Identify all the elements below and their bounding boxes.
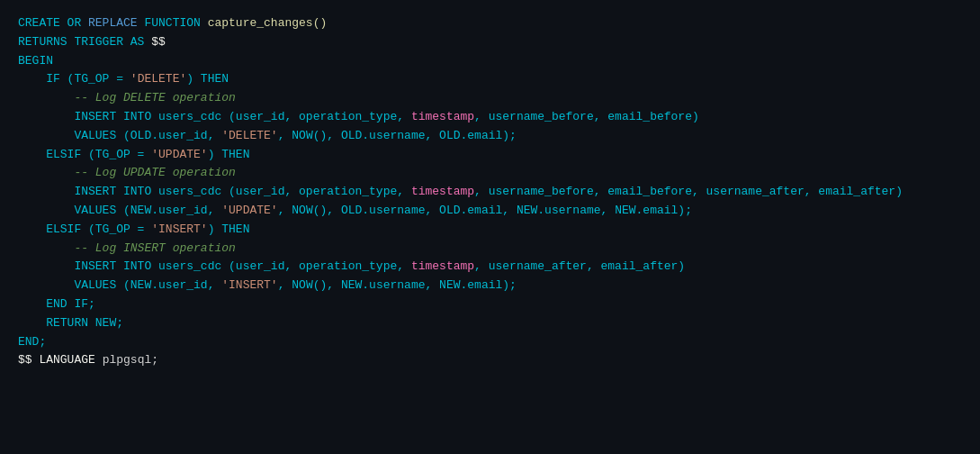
- code-line-10: INSERT INTO users_cdc (user_id, operatio…: [18, 183, 962, 202]
- code-line-9: -- Log UPDATE operation: [18, 164, 962, 183]
- code-line-7: VALUES (OLD.user_id, 'DELETE', NOW(), OL…: [18, 127, 962, 146]
- code-line-15: VALUES (NEW.user_id, 'INSERT', NOW(), NE…: [18, 277, 962, 295]
- code-line-17: RETURN NEW;: [18, 314, 962, 333]
- code-line-19: $$ LANGUAGE plpgsql;: [18, 351, 962, 370]
- code-line-4: IF (TG_OP = 'DELETE') THEN: [18, 70, 962, 89]
- code-line-8: ELSIF (TG_OP = 'UPDATE') THEN: [18, 146, 962, 165]
- code-editor: CREATE OR REPLACE FUNCTION capture_chang…: [0, 0, 980, 454]
- code-line-2: RETURNS TRIGGER AS $$: [18, 33, 962, 52]
- code-line-13: -- Log INSERT operation: [18, 240, 962, 259]
- code-line-5: -- Log DELETE operation: [18, 89, 962, 108]
- code-line-16: END IF;: [18, 295, 962, 314]
- code-line-3: BEGIN: [18, 52, 962, 71]
- code-line-6: INSERT INTO users_cdc (user_id, operatio…: [18, 108, 962, 127]
- code-line-14: INSERT INTO users_cdc (user_id, operatio…: [18, 258, 962, 277]
- code-line-18: END;: [18, 333, 962, 352]
- code-line-11: VALUES (NEW.user_id, 'UPDATE', NOW(), OL…: [18, 202, 962, 221]
- code-line-12: ELSIF (TG_OP = 'INSERT') THEN: [18, 221, 962, 240]
- code-line-1: CREATE OR REPLACE FUNCTION capture_chang…: [18, 14, 962, 33]
